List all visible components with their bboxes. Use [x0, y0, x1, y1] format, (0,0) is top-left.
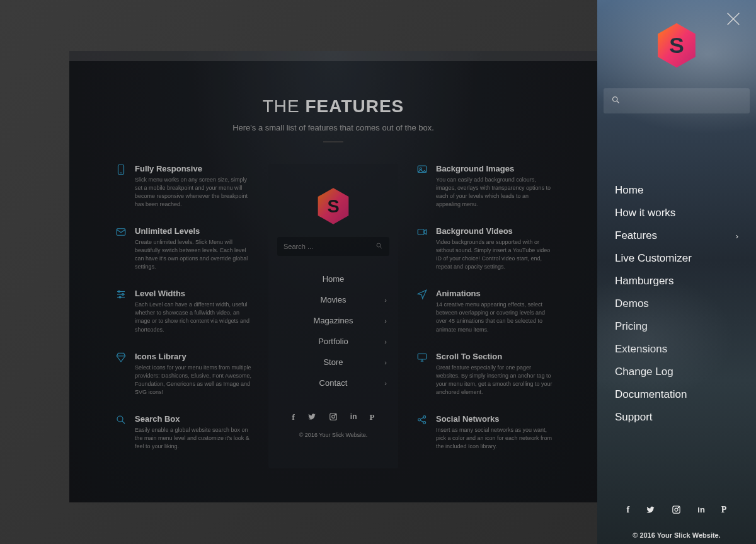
nav-features[interactable]: Features › — [615, 224, 738, 247]
features-title-bold: FEATURES — [305, 96, 404, 116]
linkedin-icon[interactable]: in — [697, 505, 705, 516]
feature-title: Background Videos — [436, 226, 553, 236]
svg-rect-21 — [418, 354, 427, 359]
logo-icon: S — [655, 21, 698, 69]
side-menu: S Home How it works Features › Live Cust… — [597, 0, 756, 544]
diamond-icon — [113, 352, 129, 367]
nav-label: Live Customizer — [615, 252, 692, 265]
feature-title: Social Networks — [436, 414, 553, 424]
nav-demos[interactable]: Demos — [615, 292, 738, 315]
feature-responsive: Fully Responsive Slick menu works on any… — [113, 164, 252, 209]
nav-live-customizer[interactable]: Live Customizer — [615, 247, 738, 270]
center-menu-item[interactable]: Magazines › — [277, 310, 389, 331]
features-col-left: Fully Responsive Slick menu works on any… — [113, 164, 252, 468]
center-menu-label: Home — [323, 274, 345, 284]
instagram-icon[interactable] — [329, 412, 338, 423]
center-menu-item[interactable]: Store › — [277, 352, 389, 373]
center-menu-item[interactable]: Movies › — [277, 289, 389, 310]
center-menu-label: Movies — [320, 295, 346, 304]
feature-desc: Great feature especially for one pager w… — [436, 364, 553, 396]
pinterest-icon[interactable]: P — [721, 505, 727, 516]
svg-line-28 — [420, 420, 423, 422]
facebook-icon[interactable]: f — [292, 412, 295, 423]
side-search[interactable] — [604, 88, 750, 113]
feature-title: Unlimited Levels — [135, 226, 252, 236]
nav-how-it-works[interactable]: How it works — [615, 202, 738, 224]
search-icon — [611, 95, 621, 107]
instagram-icon[interactable] — [672, 505, 681, 516]
feature-desc: Slick menu works on any screen size, sim… — [135, 176, 252, 209]
features-title: THE FEATURES — [69, 96, 597, 117]
facebook-icon[interactable]: f — [627, 505, 630, 516]
center-menu-item[interactable]: Contact › — [277, 373, 389, 393]
svg-line-10 — [122, 421, 125, 424]
center-menu-label: Portfolio — [318, 337, 348, 346]
feature-title: Background Images — [436, 164, 553, 173]
svg-line-27 — [420, 417, 423, 419]
feature-desc: Easily enable a global website search bo… — [135, 426, 252, 451]
center-menu-item[interactable]: Home — [277, 269, 389, 289]
feature-social-networks: Social Networks Insert as many social ne… — [415, 414, 553, 451]
feature-title: Search Box — [135, 414, 252, 424]
feature-desc: Insert as many social networks as you wa… — [436, 426, 553, 451]
svg-point-37 — [679, 507, 679, 507]
feature-search-box: Search Box Easily enable a global websit… — [113, 414, 252, 451]
center-menu-item[interactable]: Portfolio › — [277, 331, 389, 352]
center-menu-label: Magazines — [314, 316, 353, 325]
feature-title: Level Widths — [135, 289, 252, 298]
twitter-icon[interactable] — [307, 412, 316, 423]
linkedin-icon[interactable]: in — [350, 412, 357, 423]
share-icon — [415, 414, 430, 429]
logo-icon: S — [316, 187, 351, 226]
feature-desc: 14 creative menu appearing effects, sele… — [436, 301, 553, 333]
center-copyright: © 2016 Your Slick Website. — [277, 432, 389, 438]
center-search[interactable]: Search ... — [277, 237, 389, 256]
mobile-icon — [113, 164, 129, 179]
svg-text:S: S — [327, 196, 339, 216]
svg-text:S: S — [669, 33, 684, 57]
feature-desc: You can easily add background colours, i… — [436, 176, 553, 209]
feature-title: Animations — [436, 289, 553, 298]
center-menu-label: Contact — [319, 378, 348, 388]
features-col-right: Background Images You can easily add bac… — [415, 164, 553, 468]
nav-label: Documentation — [615, 388, 687, 401]
twitter-icon[interactable] — [646, 505, 655, 516]
chevron-right-icon: › — [384, 338, 387, 345]
feature-title: Icons Library — [135, 352, 252, 361]
svg-rect-2 — [117, 229, 125, 236]
feature-title: Fully Responsive — [135, 164, 252, 173]
feature-icons-library: Icons Library Select icons for your menu… — [113, 352, 252, 396]
nav-label: Support — [615, 411, 653, 424]
chevron-right-icon: › — [736, 231, 738, 241]
nav-hamburgers[interactable]: Hamburgers — [615, 270, 738, 292]
side-search-input[interactable] — [627, 96, 742, 106]
search-icon — [113, 414, 129, 429]
nav-home[interactable]: Home — [615, 179, 738, 202]
nav-label: How it works — [615, 207, 675, 219]
image-icon — [415, 164, 430, 179]
close-button[interactable] — [724, 10, 742, 28]
nav-change-log[interactable]: Change Log — [615, 361, 738, 383]
svg-line-14 — [380, 246, 382, 248]
feature-desc: Video backgrounds are supported with or … — [436, 238, 553, 271]
levels-icon — [113, 226, 129, 241]
chevron-right-icon: › — [384, 296, 387, 304]
center-search-placeholder: Search ... — [284, 243, 313, 250]
nav-label: Extensions — [615, 343, 667, 356]
pinterest-icon[interactable]: P — [370, 412, 375, 423]
feature-animations: Animations 14 creative menu appearing ef… — [415, 289, 553, 333]
feature-bg-images: Background Images You can easily add bac… — [415, 164, 553, 209]
center-menu-label: Store — [323, 357, 343, 367]
svg-point-17 — [335, 414, 335, 415]
chevron-right-icon: › — [384, 359, 387, 366]
nav-extensions[interactable]: Extensions — [615, 338, 738, 361]
nav-support[interactable]: Support — [615, 406, 738, 429]
svg-line-34 — [617, 101, 619, 103]
nav-label: Hamburgers — [615, 275, 674, 287]
nav-pricing[interactable]: Pricing — [615, 315, 738, 338]
nav-documentation[interactable]: Documentation — [615, 383, 738, 406]
search-icon — [375, 242, 383, 251]
features-title-light: THE — [263, 96, 300, 116]
svg-point-13 — [377, 243, 381, 247]
feature-desc: Select icons for your menu items from mu… — [135, 364, 252, 396]
